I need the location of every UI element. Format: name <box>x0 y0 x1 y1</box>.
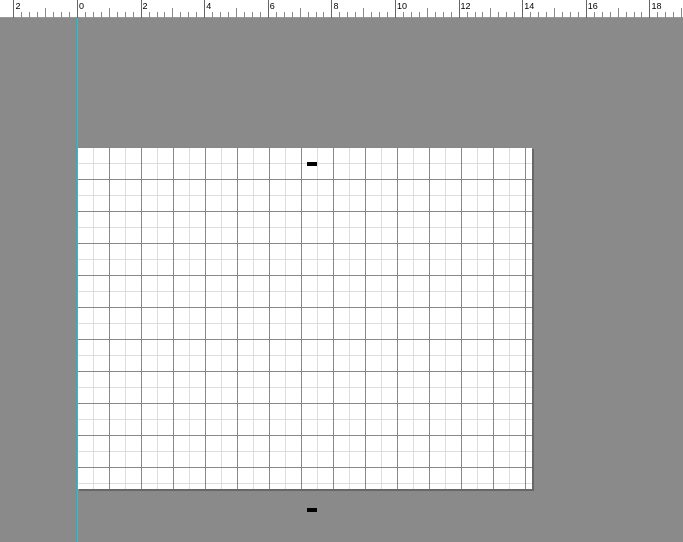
ruler-tick-minor <box>610 12 611 18</box>
ruler-tick-minor <box>618 8 619 18</box>
ruler-tick-minor <box>475 12 476 18</box>
ruler-tick-major <box>77 0 78 18</box>
ruler-tick-minor <box>323 12 324 18</box>
ruler-tick-minor <box>490 8 491 18</box>
ruler-tick-minor <box>21 12 22 18</box>
ruler-tick-minor <box>45 8 46 18</box>
ruler-tick-minor <box>673 12 674 18</box>
canvas-viewport[interactable] <box>0 18 683 542</box>
ruler-tick-minor <box>292 12 293 18</box>
ruler-tick-minor <box>387 12 388 18</box>
ruler-label: 4 <box>206 1 211 11</box>
ruler-tick-minor <box>411 12 412 18</box>
ruler-tick-minor <box>363 8 364 18</box>
ruler-tick-minor <box>228 12 229 18</box>
ruler-tick-major <box>331 0 332 18</box>
ruler-tick-minor <box>188 12 189 18</box>
ruler-tick-minor <box>554 8 555 18</box>
ruler-tick-minor <box>419 12 420 18</box>
ruler-tick-minor <box>300 8 301 18</box>
margin-marker-top[interactable] <box>307 162 317 166</box>
ruler-label: 16 <box>588 1 598 11</box>
ruler-tick-minor <box>498 12 499 18</box>
ruler-tick-minor <box>435 12 436 18</box>
ruler-tick-minor <box>379 12 380 18</box>
ruler-tick-minor <box>355 12 356 18</box>
margin-marker-bottom[interactable] <box>307 508 317 512</box>
ruler-tick-minor <box>562 12 563 18</box>
ruler-tick-major <box>459 0 460 18</box>
ruler-tick-minor <box>252 12 253 18</box>
ruler-tick-minor <box>657 12 658 18</box>
ruler-tick-minor <box>284 12 285 18</box>
ruler-tick-minor <box>85 12 86 18</box>
ruler-label: 2 <box>15 1 20 11</box>
ruler-label: 2 <box>143 1 148 11</box>
ruler-tick-minor <box>220 12 221 18</box>
ruler-tick-minor <box>634 12 635 18</box>
ruler-tick-minor <box>109 8 110 18</box>
ruler-tick-major <box>268 0 269 18</box>
ruler-tick-minor <box>29 12 30 18</box>
ruler-label: 18 <box>651 1 661 11</box>
ruler-tick-minor <box>316 12 317 18</box>
ruler-tick-minor <box>602 12 603 18</box>
ruler-tick-minor <box>451 12 452 18</box>
ruler-tick-minor <box>570 12 571 18</box>
horizontal-ruler[interactable]: 2024681012141618 <box>0 0 683 18</box>
ruler-tick-minor <box>308 12 309 18</box>
ruler-tick-minor <box>180 12 181 18</box>
ruler-label: 0 <box>79 1 84 11</box>
ruler-tick-major <box>141 0 142 18</box>
ruler-tick-minor <box>371 12 372 18</box>
ruler-tick-minor <box>260 12 261 18</box>
ruler-tick-minor <box>427 8 428 18</box>
ruler-tick-minor <box>93 12 94 18</box>
ruler-tick-minor <box>578 12 579 18</box>
ruler-tick-minor <box>212 12 213 18</box>
ruler-tick-minor <box>641 12 642 18</box>
ruler-tick-major <box>522 0 523 18</box>
ruler-tick-minor <box>467 12 468 18</box>
ruler-tick-major <box>649 0 650 18</box>
ruler-tick-minor <box>403 12 404 18</box>
document-page[interactable] <box>77 147 532 489</box>
ruler-tick-minor <box>538 12 539 18</box>
ruler-label: 8 <box>333 1 338 11</box>
ruler-tick-major <box>586 0 587 18</box>
ruler-tick-minor <box>244 12 245 18</box>
ruler-tick-minor <box>53 12 54 18</box>
ruler-tick-minor <box>626 12 627 18</box>
ruler-tick-major <box>395 0 396 18</box>
ruler-tick-minor <box>506 12 507 18</box>
ruler-tick-minor <box>101 12 102 18</box>
ruler-tick-minor <box>276 12 277 18</box>
ruler-label: 14 <box>524 1 534 11</box>
ruler-tick-minor <box>681 8 682 18</box>
ruler-tick-major <box>204 0 205 18</box>
ruler-label: 6 <box>270 1 275 11</box>
ruler-label: 12 <box>461 1 471 11</box>
ruler-tick-minor <box>443 12 444 18</box>
ruler-tick-minor <box>236 8 237 18</box>
ruler-tick-major <box>13 0 14 18</box>
ruler-tick-minor <box>347 12 348 18</box>
ruler-tick-minor <box>133 12 134 18</box>
ruler-tick-minor <box>514 12 515 18</box>
ruler-tick-minor <box>149 12 150 18</box>
ruler-tick-minor <box>482 12 483 18</box>
ruler-tick-minor <box>61 12 62 18</box>
ruler-tick-minor <box>339 12 340 18</box>
ruler-tick-minor <box>546 12 547 18</box>
ruler-tick-minor <box>125 12 126 18</box>
ruler-tick-minor <box>69 12 70 18</box>
ruler-tick-minor <box>196 12 197 18</box>
vertical-guide[interactable] <box>77 18 78 542</box>
ruler-tick-minor <box>172 8 173 18</box>
ruler-tick-minor <box>530 12 531 18</box>
ruler-tick-minor <box>594 12 595 18</box>
ruler-tick-minor <box>164 12 165 18</box>
ruler-tick-minor <box>117 12 118 18</box>
ruler-tick-minor <box>37 12 38 18</box>
ruler-tick-minor <box>665 12 666 18</box>
